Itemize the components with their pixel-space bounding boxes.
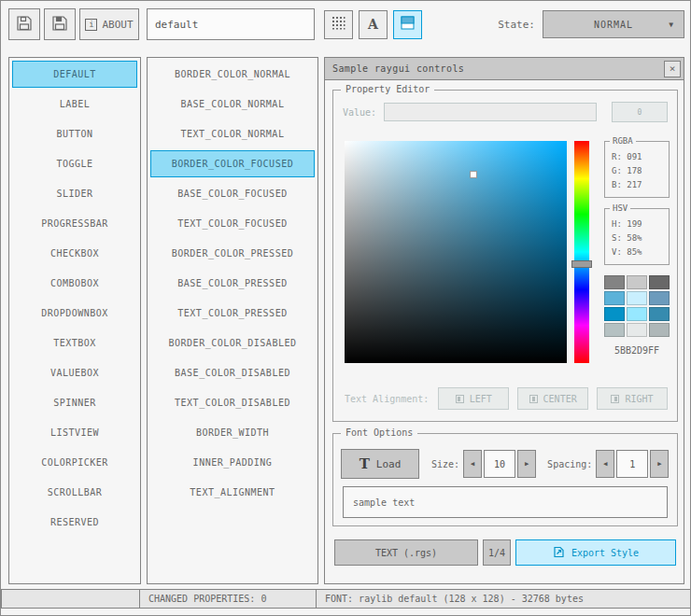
color-picker-marker[interactable] (470, 171, 477, 178)
spacing-value[interactable]: 1 (616, 450, 648, 478)
palette-swatch[interactable] (627, 323, 647, 337)
spacing-decrement-button[interactable]: ◀ (596, 450, 614, 478)
chevron-down-icon: ▼ (669, 21, 674, 29)
control-item-slider[interactable]: SLIDER (12, 180, 137, 207)
properties-list: BORDER_COLOR_NORMALBASE_COLOR_NORMALTEXT… (147, 57, 318, 584)
property-item-base_color_normal[interactable]: BASE_COLOR_NORMAL (150, 91, 315, 118)
font-options-group: Font Options T Load Size: ◀ 10 ▶ Spacing… (332, 433, 678, 526)
align-center-button[interactable]: CENTER (517, 387, 588, 410)
hue-bar[interactable] (574, 141, 589, 363)
palette-swatch[interactable] (604, 307, 625, 321)
palette-swatch[interactable] (604, 275, 625, 289)
control-item-checkbox[interactable]: CHECKBOX (12, 240, 137, 267)
control-item-valuebox[interactable]: VALUEBOX (12, 359, 137, 386)
control-item-progressbar[interactable]: PROGRESSBAR (12, 210, 137, 237)
palette-swatch[interactable] (604, 291, 625, 305)
align-left-button[interactable]: LEFT (438, 387, 509, 410)
statusbar-changed-properties: CHANGED PROPERTIES: 0 (139, 589, 317, 609)
color-picker-panel[interactable] (345, 141, 567, 363)
property-item-text_color_normal[interactable]: TEXT_COLOR_NORMAL (150, 120, 315, 147)
control-item-colorpicker[interactable]: COLORPICKER (12, 449, 137, 476)
property-item-border_width[interactable]: BORDER_WIDTH (150, 419, 315, 446)
size-increment-button[interactable]: ▶ (517, 450, 536, 478)
export-row: TEXT (.rgs) 1/4 Export Style (334, 539, 676, 566)
export-format-button[interactable]: TEXT (.rgs) (334, 539, 478, 566)
sample-text-box[interactable]: sample text (343, 486, 668, 518)
palette-swatch[interactable] (649, 307, 670, 321)
property-item-border_color_disabled[interactable]: BORDER_COLOR_DISABLED (150, 329, 315, 357)
load-font-button[interactable]: T Load (341, 449, 419, 479)
spacing-label: Spacing: (547, 459, 592, 469)
property-item-base_color_pressed[interactable]: BASE_COLOR_PRESSED (150, 270, 315, 297)
align-center-icon (529, 395, 538, 403)
about-button[interactable]: i ABOUT (79, 8, 139, 40)
control-item-button[interactable]: BUTTON (12, 120, 137, 147)
text-alignment-label: Text Alignment: (345, 394, 429, 404)
state-dropdown[interactable]: NORMAL ▼ (543, 10, 684, 38)
control-item-dropdownbox[interactable]: DROPDOWNBOX (12, 300, 137, 327)
control-item-textbox[interactable]: TEXTBOX (12, 329, 137, 357)
palette-swatch[interactable] (649, 275, 670, 289)
color-info-column: RGBA R: 091 G: 178 B: 217 HSV H: 199 S: … (604, 141, 670, 356)
export-icon (553, 546, 565, 560)
value-button[interactable]: 0 (612, 102, 668, 122)
palette-swatch[interactable] (649, 291, 670, 305)
close-button[interactable]: × (664, 61, 681, 77)
control-item-scrollbar[interactable]: SCROLLBAR (12, 479, 137, 506)
font-view-button[interactable]: A (359, 10, 388, 39)
align-right-button[interactable]: RIGHT (597, 387, 668, 410)
info-icon: i (85, 19, 97, 31)
control-item-reserved[interactable]: RESERVED (12, 509, 137, 536)
size-decrement-button[interactable]: ◀ (463, 450, 482, 478)
control-item-listview[interactable]: LISTVIEW (12, 419, 137, 446)
property-item-border_color_pressed[interactable]: BORDER_COLOR_PRESSED (150, 240, 315, 267)
rgba-r-value: R: 091 (612, 150, 665, 164)
property-item-base_color_focused[interactable]: BASE_COLOR_FOCUSED (150, 180, 315, 207)
statusbar-font-info: FONT: raylib default (128 x 128) - 32768… (316, 589, 691, 609)
hex-color-value: 5BB2D9FF (604, 345, 670, 356)
palette-swatch[interactable] (627, 307, 647, 321)
export-style-button[interactable]: Export Style (515, 539, 676, 566)
style-name-input[interactable] (147, 8, 315, 40)
spacing-increment-button[interactable]: ▶ (650, 450, 669, 478)
property-item-border_color_focused[interactable]: BORDER_COLOR_FOCUSED (150, 150, 315, 177)
control-item-toggle[interactable]: TOGGLE (12, 150, 137, 177)
palette-swatch[interactable] (627, 275, 647, 289)
value-input[interactable] (384, 103, 597, 121)
sample-window-titlebar[interactable]: Sample raygui controls × (325, 58, 684, 80)
property-item-base_color_disabled[interactable]: BASE_COLOR_DISABLED (150, 359, 315, 386)
style-view-button[interactable] (393, 10, 422, 39)
save-style-button[interactable] (44, 8, 76, 40)
color-picker-shade-overlay (345, 141, 567, 363)
property-item-text_color_focused[interactable]: TEXT_COLOR_FOCUSED (150, 210, 315, 237)
palette-swatch[interactable] (604, 323, 625, 337)
property-item-text_color_pressed[interactable]: TEXT_COLOR_PRESSED (150, 300, 315, 327)
align-left-label: LEFT (470, 394, 492, 404)
page-indicator-button[interactable]: 1/4 (483, 539, 511, 566)
control-item-label[interactable]: LABEL (12, 91, 137, 118)
rgba-legend: RGBA (610, 136, 636, 146)
property-item-border_color_normal[interactable]: BORDER_COLOR_NORMAL (150, 61, 315, 88)
rgba-b-value: B: 217 (612, 178, 665, 192)
property-item-inner_padding[interactable]: INNER_PADDING (150, 449, 315, 476)
grid-icon (331, 16, 346, 33)
style-color-palette (604, 275, 670, 337)
control-item-spinner[interactable]: SPINNER (12, 389, 137, 416)
property-editor-legend: Property Editor (341, 84, 434, 94)
hue-slider-handle[interactable] (571, 260, 592, 268)
load-style-button[interactable] (8, 8, 40, 40)
palette-swatch[interactable] (649, 323, 670, 337)
font-options-legend: Font Options (341, 427, 417, 438)
sample-controls-window: Sample raygui controls × Property Editor… (324, 57, 684, 584)
palette-swatch[interactable] (627, 291, 647, 305)
grid-view-button[interactable] (324, 10, 353, 39)
state-dropdown-value: NORMAL (594, 20, 633, 30)
hsv-box: HSV H: 199 S: 58% V: 85% (604, 208, 670, 265)
control-item-combobox[interactable]: COMBOBOX (12, 270, 137, 297)
property-item-text_color_disabled[interactable]: TEXT_COLOR_DISABLED (150, 389, 315, 416)
property-item-text_alignment[interactable]: TEXT_ALIGNMENT (150, 479, 315, 506)
value-label: Value: (343, 107, 376, 118)
size-value[interactable]: 10 (484, 450, 515, 478)
control-item-default[interactable]: DEFAULT (12, 61, 137, 88)
statusbar-segment-empty (1, 589, 140, 609)
